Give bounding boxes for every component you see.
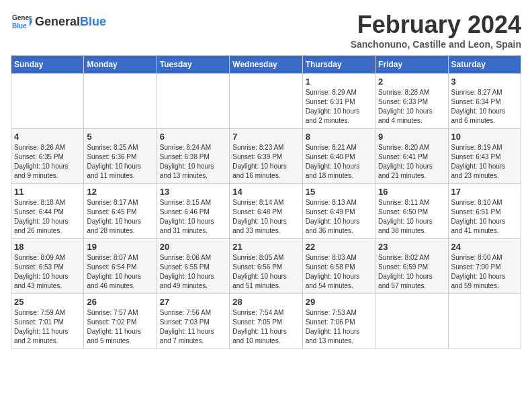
day-number: 3 (451, 77, 518, 87)
calendar-cell: 10Sunrise: 8:19 AM Sunset: 6:43 PM Dayli… (448, 129, 521, 184)
calendar-cell (448, 294, 521, 349)
day-number: 29 (306, 297, 372, 307)
calendar-table: SundayMondayTuesdayWednesdayThursdayFrid… (11, 55, 521, 349)
calendar-cell: 23Sunrise: 8:02 AM Sunset: 6:59 PM Dayli… (375, 239, 448, 294)
calendar-cell: 14Sunrise: 8:14 AM Sunset: 6:48 PM Dayli… (230, 184, 302, 239)
day-info: Sunrise: 8:00 AM Sunset: 7:00 PM Dayligh… (451, 253, 518, 291)
calendar-cell: 19Sunrise: 8:07 AM Sunset: 6:54 PM Dayli… (84, 239, 157, 294)
svg-text:General: General (12, 14, 32, 21)
calendar-cell: 12Sunrise: 8:17 AM Sunset: 6:45 PM Dayli… (84, 184, 157, 239)
month-title: February 2024 (351, 11, 521, 39)
day-info: Sunrise: 8:02 AM Sunset: 6:59 PM Dayligh… (378, 253, 445, 291)
calendar-cell: 11Sunrise: 8:18 AM Sunset: 6:44 PM Dayli… (11, 184, 84, 239)
day-number: 5 (87, 132, 153, 142)
day-number: 16 (378, 187, 445, 197)
day-info: Sunrise: 8:25 AM Sunset: 6:36 PM Dayligh… (87, 143, 153, 181)
day-info: Sunrise: 8:17 AM Sunset: 6:45 PM Dayligh… (87, 198, 153, 236)
day-number: 2 (378, 77, 445, 87)
day-number: 18 (14, 242, 81, 252)
calendar-cell: 27Sunrise: 7:56 AM Sunset: 7:03 PM Dayli… (157, 294, 229, 349)
day-info: Sunrise: 8:09 AM Sunset: 6:53 PM Dayligh… (14, 253, 81, 291)
header-wednesday: Wednesday (230, 56, 302, 74)
calendar-cell: 15Sunrise: 8:13 AM Sunset: 6:49 PM Dayli… (302, 184, 375, 239)
calendar-cell: 25Sunrise: 7:59 AM Sunset: 7:01 PM Dayli… (11, 294, 84, 349)
calendar-cell: 13Sunrise: 8:15 AM Sunset: 6:46 PM Dayli… (157, 184, 229, 239)
day-info: Sunrise: 8:06 AM Sunset: 6:55 PM Dayligh… (160, 253, 226, 291)
day-number: 25 (14, 297, 81, 307)
calendar-cell: 3Sunrise: 8:27 AM Sunset: 6:34 PM Daylig… (448, 74, 521, 129)
day-info: Sunrise: 7:54 AM Sunset: 7:05 PM Dayligh… (232, 308, 299, 346)
calendar-cell: 17Sunrise: 8:10 AM Sunset: 6:51 PM Dayli… (448, 184, 521, 239)
calendar-cell (84, 74, 157, 129)
calendar-cell (375, 294, 448, 349)
day-number: 9 (378, 132, 445, 142)
calendar-cell: 16Sunrise: 8:11 AM Sunset: 6:50 PM Dayli… (375, 184, 448, 239)
day-number: 21 (232, 242, 299, 252)
day-number: 1 (306, 77, 372, 87)
header-thursday: Thursday (302, 56, 375, 74)
day-number: 10 (451, 132, 518, 142)
day-info: Sunrise: 8:27 AM Sunset: 6:34 PM Dayligh… (451, 88, 518, 126)
day-number: 11 (14, 187, 81, 197)
day-info: Sunrise: 8:03 AM Sunset: 6:58 PM Dayligh… (306, 253, 372, 291)
calendar-cell (230, 74, 302, 129)
header-saturday: Saturday (448, 56, 521, 74)
calendar-cell: 4Sunrise: 8:26 AM Sunset: 6:35 PM Daylig… (11, 129, 84, 184)
title-block: February 2024 Sanchonuno, Castille and L… (351, 11, 521, 50)
day-info: Sunrise: 7:53 AM Sunset: 7:06 PM Dayligh… (306, 308, 372, 346)
day-number: 13 (160, 187, 226, 197)
logo: General Blue GeneralBlue (11, 11, 106, 32)
day-number: 17 (451, 187, 518, 197)
day-number: 4 (14, 132, 81, 142)
calendar-cell: 28Sunrise: 7:54 AM Sunset: 7:05 PM Dayli… (230, 294, 302, 349)
calendar-cell: 6Sunrise: 8:24 AM Sunset: 6:38 PM Daylig… (157, 129, 229, 184)
header-tuesday: Tuesday (157, 56, 229, 74)
day-number: 14 (232, 187, 299, 197)
calendar-cell: 22Sunrise: 8:03 AM Sunset: 6:58 PM Dayli… (302, 239, 375, 294)
calendar-week-2: 4Sunrise: 8:26 AM Sunset: 6:35 PM Daylig… (11, 129, 521, 184)
calendar-cell: 24Sunrise: 8:00 AM Sunset: 7:00 PM Dayli… (448, 239, 521, 294)
calendar-cell: 1Sunrise: 8:29 AM Sunset: 6:31 PM Daylig… (302, 74, 375, 129)
logo-general-text: General (35, 15, 80, 28)
day-number: 26 (87, 297, 153, 307)
header-monday: Monday (84, 56, 157, 74)
svg-text:Blue: Blue (12, 22, 27, 30)
day-info: Sunrise: 8:15 AM Sunset: 6:46 PM Dayligh… (160, 198, 226, 236)
day-info: Sunrise: 8:23 AM Sunset: 6:39 PM Dayligh… (232, 143, 299, 181)
calendar-cell: 18Sunrise: 8:09 AM Sunset: 6:53 PM Dayli… (11, 239, 84, 294)
logo-blue-text: Blue (80, 15, 106, 28)
day-info: Sunrise: 8:18 AM Sunset: 6:44 PM Dayligh… (14, 198, 81, 236)
day-info: Sunrise: 8:13 AM Sunset: 6:49 PM Dayligh… (306, 198, 372, 236)
day-info: Sunrise: 8:11 AM Sunset: 6:50 PM Dayligh… (378, 198, 445, 236)
location-subtitle: Sanchonuno, Castille and Leon, Spain (351, 39, 521, 50)
logo-icon: General Blue (11, 11, 32, 32)
calendar-week-1: 1Sunrise: 8:29 AM Sunset: 6:31 PM Daylig… (11, 74, 521, 129)
calendar-cell: 21Sunrise: 8:05 AM Sunset: 6:56 PM Dayli… (230, 239, 302, 294)
day-info: Sunrise: 7:57 AM Sunset: 7:02 PM Dayligh… (87, 308, 153, 346)
day-info: Sunrise: 8:29 AM Sunset: 6:31 PM Dayligh… (306, 88, 372, 126)
day-info: Sunrise: 8:05 AM Sunset: 6:56 PM Dayligh… (232, 253, 299, 291)
day-number: 7 (232, 132, 299, 142)
day-number: 8 (306, 132, 372, 142)
day-info: Sunrise: 7:56 AM Sunset: 7:03 PM Dayligh… (160, 308, 226, 346)
day-info: Sunrise: 8:21 AM Sunset: 6:40 PM Dayligh… (306, 143, 372, 181)
calendar-cell: 8Sunrise: 8:21 AM Sunset: 6:40 PM Daylig… (302, 129, 375, 184)
day-number: 23 (378, 242, 445, 252)
day-info: Sunrise: 8:10 AM Sunset: 6:51 PM Dayligh… (451, 198, 518, 236)
day-info: Sunrise: 8:14 AM Sunset: 6:48 PM Dayligh… (232, 198, 299, 236)
day-number: 20 (160, 242, 226, 252)
calendar-cell: 29Sunrise: 7:53 AM Sunset: 7:06 PM Dayli… (302, 294, 375, 349)
day-info: Sunrise: 8:24 AM Sunset: 6:38 PM Dayligh… (160, 143, 226, 181)
day-number: 15 (306, 187, 372, 197)
day-info: Sunrise: 8:07 AM Sunset: 6:54 PM Dayligh… (87, 253, 153, 291)
calendar-week-3: 11Sunrise: 8:18 AM Sunset: 6:44 PM Dayli… (11, 184, 521, 239)
day-number: 19 (87, 242, 153, 252)
day-number: 27 (160, 297, 226, 307)
page-header: General Blue GeneralBlue February 2024 S… (11, 11, 521, 50)
day-number: 6 (160, 132, 226, 142)
calendar-cell: 20Sunrise: 8:06 AM Sunset: 6:55 PM Dayli… (157, 239, 229, 294)
day-info: Sunrise: 8:19 AM Sunset: 6:43 PM Dayligh… (451, 143, 518, 181)
calendar-cell: 26Sunrise: 7:57 AM Sunset: 7:02 PM Dayli… (84, 294, 157, 349)
calendar-week-4: 18Sunrise: 8:09 AM Sunset: 6:53 PM Dayli… (11, 239, 521, 294)
day-number: 22 (306, 242, 372, 252)
